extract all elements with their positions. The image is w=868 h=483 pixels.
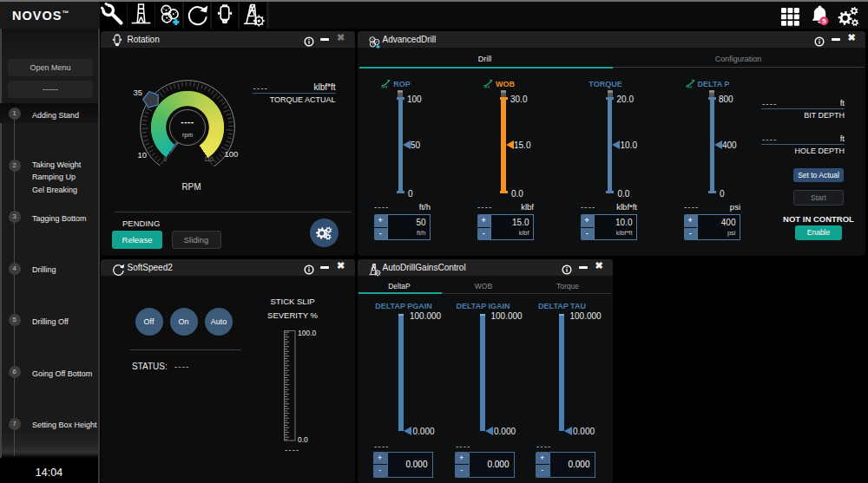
svg-text:rpm: rpm	[182, 132, 193, 139]
svg-text:----: ----	[181, 117, 194, 127]
svg-text:0: 0	[164, 156, 168, 162]
svg-text:110: 110	[204, 156, 214, 162]
svg-text:5: 5	[822, 17, 826, 25]
